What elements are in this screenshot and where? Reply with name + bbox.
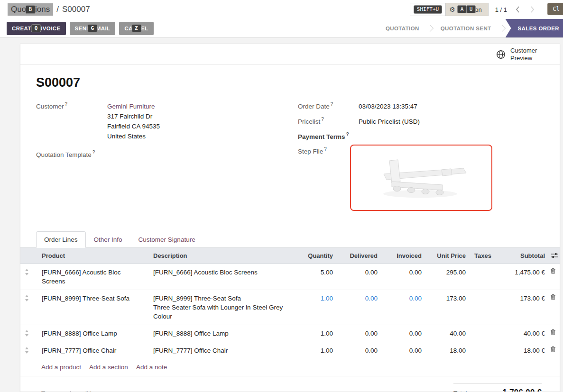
cell-unit-price: 295.00 — [426, 264, 470, 290]
column-header-unit-price: Unit Price — [426, 248, 470, 264]
app-window: Quotations B / S00007 SHIFT+U ⚙ Action A… — [0, 0, 563, 392]
globe-icon — [496, 50, 506, 59]
status-step-quotation[interactable]: QUOTATION — [378, 26, 426, 31]
cell-taxes — [470, 342, 492, 359]
add-section-link[interactable]: Add a section — [89, 364, 128, 371]
cell-delivered: 0.00 — [337, 325, 382, 342]
status-chevron-icon — [498, 25, 506, 32]
tab-other-info[interactable]: Other Info — [86, 231, 130, 247]
cell-description: [FURN_7777] Office Chair — [149, 342, 297, 359]
row-drag-handle[interactable] — [20, 290, 37, 325]
cell-delivered: 0.00 — [337, 342, 382, 359]
table-header-row: Product Description Quantity Delivered I… — [20, 248, 560, 264]
order-line-row[interactable]: [FURN_8999] Three-Seat Sofa [FURN_8999] … — [20, 290, 560, 325]
description-line2: Three Seater Sofa with Lounger in Steel … — [153, 303, 293, 321]
customer-address-line1: 317 Fairchild Dr — [107, 111, 160, 121]
description-line1: [FURN_8999] Three-Seat Sofa — [153, 294, 293, 303]
trash-icon — [550, 329, 558, 335]
form-view-background: Customer Preview S00007 Customer? Gemini… — [0, 38, 563, 392]
kbd-hint-cancel: Z — [131, 24, 141, 33]
add-product-link[interactable]: Add a product — [41, 364, 81, 371]
column-header-quantity: Quantity — [297, 248, 337, 264]
row-drag-handle[interactable] — [20, 342, 37, 359]
cell-delivered: 0.00 — [337, 264, 382, 290]
send-email-button[interactable]: SEND EMAIL G — [70, 22, 116, 35]
handle-column-header — [20, 248, 37, 264]
delete-line-button[interactable] — [549, 290, 560, 325]
cell-unit-price: 173.00 — [426, 290, 470, 325]
help-marker-icon: ? — [321, 117, 324, 122]
help-marker-icon: ? — [324, 146, 327, 152]
action-label-wrap: Action A U — [457, 6, 485, 14]
tab-order-lines[interactable]: Order Lines — [36, 231, 86, 248]
sliders-icon — [551, 253, 558, 258]
kbd-hint-breadcrumb: B — [26, 5, 36, 14]
chevron-right-icon — [530, 6, 535, 13]
control-panel-buttons: CREATE INVOICE Q SEND EMAIL G CANCEL Z Q… — [0, 19, 563, 38]
gear-icon: ⚙ — [449, 6, 455, 13]
drag-handle-icon — [25, 269, 33, 275]
cell-quantity: 1.00 — [297, 290, 337, 325]
step-file-preview-image — [350, 145, 492, 211]
order-line-row[interactable]: [FURN_7777] Office Chair [FURN_7777] Off… — [20, 342, 560, 359]
cell-product: [FURN_7777] Office Chair — [37, 342, 149, 359]
cell-subtotal: 1,475.00 € — [492, 264, 549, 290]
customer-field-label: Customer? — [36, 101, 107, 141]
delete-line-button[interactable] — [549, 342, 560, 359]
customer-field-value: Gemini Furniture 317 Fairchild Dr Fairfi… — [107, 101, 160, 141]
row-drag-handle[interactable] — [20, 325, 37, 342]
create-invoice-button[interactable]: CREATE INVOICE Q — [7, 22, 66, 35]
terms-and-conditions-input[interactable]: Terms and conditions... — [41, 376, 107, 392]
page-title: S00007 — [36, 75, 542, 90]
customer-preview-button[interactable]: Customer Preview — [496, 47, 542, 62]
cell-product: [FURN_8999] Three-Seat Sofa — [37, 290, 149, 325]
pager-next-button[interactable] — [528, 5, 536, 14]
order-lines-table: Product Description Quantity Delivered I… — [20, 248, 560, 359]
kbd-hint-u: U — [466, 5, 476, 14]
cell-invoiced: 0.00 — [382, 342, 426, 359]
kbd-hint-a: A — [457, 5, 467, 14]
status-step-quotation-sent[interactable]: QUOTATION SENT — [434, 26, 498, 31]
help-marker-icon: ? — [331, 101, 333, 107]
sheet-header-strip: Customer Preview — [20, 44, 560, 65]
status-step-sales-order-active[interactable]: SALES ORDER — [506, 19, 563, 37]
control-panel-top: Quotations B / S00007 SHIFT+U ⚙ Action A… — [0, 0, 563, 19]
chevron-left-icon — [516, 6, 520, 13]
order-line-row[interactable]: [FURN_6666] Acoustic Bloc Screens [FURN_… — [20, 264, 560, 290]
cell-invoiced: 0.00 — [382, 264, 426, 290]
delete-line-button[interactable] — [549, 325, 560, 342]
breadcrumb: Quotations B / S00007 — [8, 3, 90, 16]
cell-invoiced: 0.00 — [382, 325, 426, 342]
kbd-hint-send-email: G — [87, 24, 97, 33]
tab-customer-signature[interactable]: Customer Signature — [130, 231, 203, 247]
column-header-subtotal: Subtotal — [492, 248, 549, 264]
row-drag-handle[interactable] — [20, 264, 37, 290]
help-marker-icon: ? — [346, 132, 349, 137]
statusbar: QUOTATION QUOTATION SENT SALES ORDER — [378, 19, 563, 37]
kbd-hint-shift-u: SHIFT+U — [414, 5, 442, 14]
cell-description: [FURN_6666] Acoustic Bloc Screens — [149, 264, 297, 290]
cell-product: [FURN_6666] Acoustic Bloc Screens — [37, 264, 149, 290]
3d-model-render — [370, 154, 472, 201]
sheet-body: S00007 Customer? Gemini Furniture 317 Fa… — [20, 65, 560, 216]
customer-link[interactable]: Gemini Furniture — [107, 103, 155, 110]
add-note-link[interactable]: Add a note — [136, 364, 167, 371]
action-menu-button[interactable]: ⚙ Action A U — [445, 3, 489, 16]
column-header-delivered: Delivered — [337, 248, 382, 264]
cell-unit-price: 18.00 — [426, 342, 470, 359]
pager-previous-button[interactable] — [514, 5, 522, 14]
breadcrumb-quotations-link[interactable]: Quotations B — [8, 3, 53, 16]
optional-columns-toggle[interactable] — [549, 248, 560, 264]
cancel-button[interactable]: CANCEL Z — [119, 22, 153, 35]
sheet-footer: Terms and conditions... Total: 1,706.00 … — [20, 376, 560, 392]
top-button-group: SHIFT+U ⚙ Action A U — [410, 3, 489, 16]
status-chevron-icon — [426, 25, 434, 32]
delete-line-button[interactable] — [549, 264, 560, 290]
quotation-template-field-label: Quotation Template? — [36, 150, 107, 158]
layout-switch-button[interactable]: SHIFT+U — [410, 3, 446, 16]
cell-taxes — [470, 290, 492, 325]
sales-order-sheet: Customer Preview S00007 Customer? Gemini… — [20, 44, 560, 392]
cell-description: [FURN_8888] Office Lamp — [149, 325, 297, 342]
column-header-description: Description — [149, 248, 297, 264]
order-line-row[interactable]: [FURN_8888] Office Lamp [FURN_8888] Offi… — [20, 325, 560, 342]
